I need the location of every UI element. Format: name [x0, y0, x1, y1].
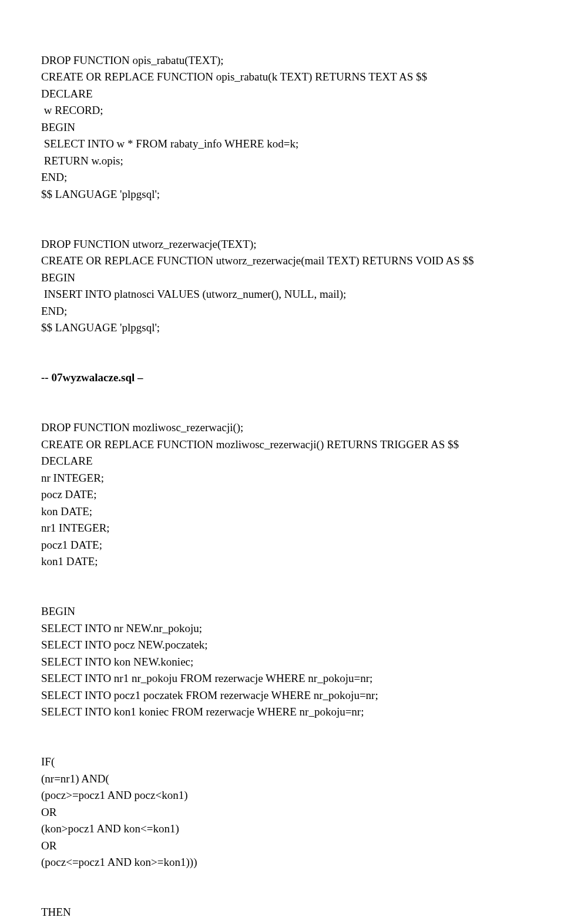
code-line: END;	[41, 171, 67, 183]
code-line: BEGIN	[41, 271, 75, 284]
code-line: kon DATE;	[41, 505, 92, 518]
code-line: SELECT INTO pocz1 poczatek FROM rezerwac…	[41, 689, 378, 701]
code-line: (kon>pocz1 AND kon<=kon1)	[41, 822, 179, 835]
code-line: (nr=nr1) AND(	[41, 772, 109, 785]
code-line: DECLARE	[41, 88, 93, 100]
code-line: RETURN w.opis;	[41, 154, 123, 167]
code-line: $$ LANGUAGE 'plpgsql';	[41, 321, 160, 334]
code-line: SELECT INTO kon1 koniec FROM rezerwacje …	[41, 705, 364, 718]
code-line: nr INTEGER;	[41, 472, 104, 484]
code-line: nr1 INTEGER;	[41, 522, 110, 534]
code-line: END;	[41, 305, 67, 317]
code-block-2: DROP FUNCTION utworz_rezerwacje(TEXT); C…	[41, 219, 523, 337]
code-line: pocz DATE;	[41, 488, 96, 500]
code-line: DROP FUNCTION opis_rabatu(TEXT);	[41, 54, 224, 66]
code-line: SELECT INTO kon NEW.koniec;	[41, 656, 193, 668]
code-line: w RECORD;	[41, 104, 103, 116]
code-block-5: IF( (nr=nr1) AND( (pocz>=pocz1 AND pocz<…	[41, 737, 523, 871]
code-line: DECLARE	[41, 455, 93, 467]
code-line: IF(	[41, 755, 55, 768]
code-line: (pocz<=pocz1 AND kon>=kon1)))	[41, 856, 197, 868]
code-line: SELECT INTO nr1 nr_pokoju FROM rezerwacj…	[41, 672, 372, 684]
code-line: CREATE OR REPLACE FUNCTION opis_rabatu(k…	[41, 70, 427, 83]
code-line: SELECT INTO nr NEW.nr_pokoju;	[41, 622, 202, 634]
code-line: OR	[41, 806, 56, 818]
code-line: DROP FUNCTION mozliwosc_rezerwacji();	[41, 421, 243, 434]
code-line: THEN	[41, 906, 71, 918]
code-line: BEGIN	[41, 121, 75, 133]
code-line: pocz1 DATE;	[41, 539, 102, 551]
code-line: $$ LANGUAGE 'plpgsql';	[41, 188, 160, 200]
code-block-4: BEGIN SELECT INTO nr NEW.nr_pokoju; SELE…	[41, 587, 523, 721]
code-line: INSERT INTO platnosci VALUES (utworz_num…	[41, 288, 346, 300]
code-line: SELECT INTO pocz NEW.poczatek;	[41, 639, 208, 651]
code-line: DROP FUNCTION utworz_rezerwacje(TEXT);	[41, 238, 257, 250]
code-line: kon1 DATE;	[41, 555, 98, 567]
code-block-1: DROP FUNCTION opis_rabatu(TEXT); CREATE …	[41, 35, 523, 203]
code-block-6: THEN	[41, 888, 523, 921]
code-line: BEGIN	[41, 605, 75, 617]
section-heading: -- 07wyzwalacze.sql –	[41, 353, 523, 387]
heading-text: -- 07wyzwalacze.sql –	[41, 371, 143, 384]
code-line: CREATE OR REPLACE FUNCTION mozliwosc_rez…	[41, 438, 459, 451]
code-line: SELECT INTO w * FROM rabaty_info WHERE k…	[41, 137, 298, 150]
code-line: OR	[41, 839, 56, 852]
code-line: (pocz>=pocz1 AND pocz<kon1)	[41, 789, 188, 801]
code-line: CREATE OR REPLACE FUNCTION utworz_rezerw…	[41, 254, 474, 267]
code-block-3: DROP FUNCTION mozliwosc_rezerwacji(); CR…	[41, 403, 523, 570]
